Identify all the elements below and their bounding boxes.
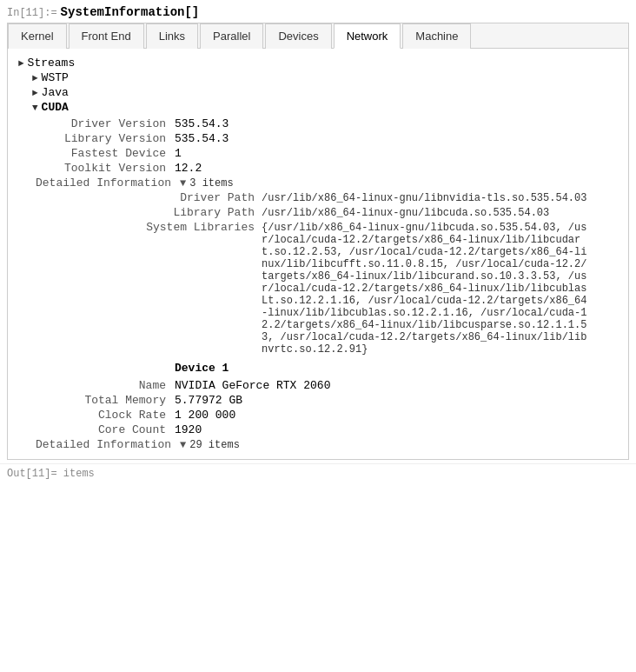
prop-key-detailed-info: Detailed Information <box>36 176 180 190</box>
prop-key-fastest-device: Fastest Device <box>36 147 175 160</box>
prop-key-core-count: Core Count <box>36 423 175 436</box>
input-line: In[11]:= SystemInformation[] <box>0 0 636 23</box>
prop-key-library-version: Library Version <box>36 132 175 145</box>
notebook-cell: Kernel Front End Links Parallel Devices … <box>7 23 629 460</box>
device-1-properties: Name NVIDIA GeForce RTX 2060 Total Memor… <box>36 378 618 452</box>
tab-kernel[interactable]: Kernel <box>8 23 67 49</box>
items-label: items <box>63 468 95 480</box>
prop-key-total-memory: Total Memory <box>36 394 175 407</box>
tab-machine[interactable]: Machine <box>402 23 471 49</box>
prop-val-driver-version: 535.54.3 <box>175 117 229 130</box>
detail-val-system-libraries: {/usr/lib/x86_64-linux-gnu/libcuda.so.53… <box>262 222 592 356</box>
prop-key-device-name: Name <box>36 379 175 392</box>
detail-library-path: Library Path /usr/lib/x86_64-linux-gnu/l… <box>36 205 618 220</box>
cuda-toggle[interactable]: ▼ <box>32 103 38 113</box>
prop-library-version: Library Version 535.54.3 <box>36 131 618 146</box>
prop-core-count: Core Count 1920 <box>36 422 618 437</box>
device-1-section: Device 1 Name NVIDIA GeForce RTX 2060 To… <box>18 360 618 452</box>
detail-driver-path: Driver Path /usr/lib/x86_64-linux-gnu/li… <box>36 190 618 205</box>
expand-arrow: ▼ <box>180 177 186 190</box>
page: In[11]:= SystemInformation[] Kernel Fron… <box>0 0 636 672</box>
prop-val-total-memory: 5.77972 GB <box>175 394 242 407</box>
wstp-label: WSTP <box>42 71 69 84</box>
streams-toggle[interactable]: ► <box>18 58 24 69</box>
detail-key-system-libraries: System Libraries <box>36 221 262 234</box>
detail-val-library-path: /usr/lib/x86_64-linux-gnu/libcuda.so.535… <box>262 207 549 219</box>
streams-label: Streams <box>28 57 76 70</box>
prop-total-memory: Total Memory 5.77972 GB <box>36 393 618 408</box>
tabs-bar: Kernel Front End Links Parallel Devices … <box>8 23 628 49</box>
prop-key-device-detailed-info: Detailed Information <box>36 438 180 451</box>
java-toggle[interactable]: ► <box>32 88 38 98</box>
output-label: Out[11]= <box>7 468 57 480</box>
java-label: Java <box>42 86 69 99</box>
device-detailed-info-expand[interactable]: ▼ 29 items <box>180 439 240 451</box>
detail-key-driver-path: Driver Path <box>36 191 262 204</box>
detailed-info-expand[interactable]: ▼ 3 items <box>180 177 234 190</box>
prop-key-clock-rate: Clock Rate <box>36 409 175 422</box>
prop-val-device-name: NVIDIA GeForce RTX 2060 <box>175 379 330 392</box>
detail-key-library-path: Library Path <box>36 206 262 219</box>
tab-frontend[interactable]: Front End <box>69 23 144 49</box>
input-command: SystemInformation[] <box>61 5 200 19</box>
prop-toolkit-version: Toolkit Version 12.2 <box>36 161 618 176</box>
prop-driver-version: Driver Version 535.54.3 <box>36 116 618 131</box>
prop-detailed-info: Detailed Information ▼ 3 items <box>36 176 618 190</box>
tree-item-streams: ► Streams <box>18 56 618 70</box>
tree-item-cuda: ▼ CUDA <box>18 100 618 115</box>
tree-item-java: ► Java <box>18 85 618 100</box>
prop-val-core-count: 1920 <box>175 423 202 436</box>
prop-val-clock-rate: 1 200 000 <box>175 409 235 422</box>
device-1-header: Device 1 <box>175 360 618 376</box>
tab-network[interactable]: Network <box>334 23 401 49</box>
device-detailed-info-count: 29 items <box>189 439 240 451</box>
prop-val-toolkit-version: 12.2 <box>175 162 202 175</box>
content-area: ► Streams ► WSTP ► Java ▼ CUDA <box>8 49 628 459</box>
device-expand-arrow: ▼ <box>180 439 186 451</box>
prop-clock-rate: Clock Rate 1 200 000 <box>36 408 618 422</box>
prop-key-toolkit-version: Toolkit Version <box>36 162 175 175</box>
cuda-properties: Driver Version 535.54.3 Library Version … <box>36 116 618 356</box>
prop-val-fastest-device: 1 <box>175 147 182 160</box>
detailed-info-count: 3 items <box>189 177 233 190</box>
tab-links[interactable]: Links <box>146 23 198 49</box>
cuda-label: CUDA <box>42 101 69 114</box>
prop-fastest-device: Fastest Device 1 <box>36 146 618 161</box>
detail-val-driver-path: /usr/lib/x86_64-linux-gnu/libnvidia-tls.… <box>262 192 586 204</box>
tab-devices[interactable]: Devices <box>265 23 331 49</box>
prop-device-name: Name NVIDIA GeForce RTX 2060 <box>36 378 618 393</box>
input-label: In[11]:= <box>7 7 57 19</box>
tab-parallel[interactable]: Parallel <box>200 23 263 49</box>
wstp-toggle[interactable]: ► <box>32 73 38 83</box>
detail-system-libraries: System Libraries {/usr/lib/x86_64-linux-… <box>36 220 618 356</box>
prop-val-library-version: 535.54.3 <box>175 132 229 145</box>
output-line: Out[11]= items <box>0 463 636 483</box>
prop-device-detailed-info: Detailed Information ▼ 29 items <box>36 437 618 452</box>
detailed-sub-items: Driver Path /usr/lib/x86_64-linux-gnu/li… <box>36 190 618 356</box>
tree-item-wstp: ► WSTP <box>18 70 618 85</box>
prop-key-driver-version: Driver Version <box>36 117 175 130</box>
